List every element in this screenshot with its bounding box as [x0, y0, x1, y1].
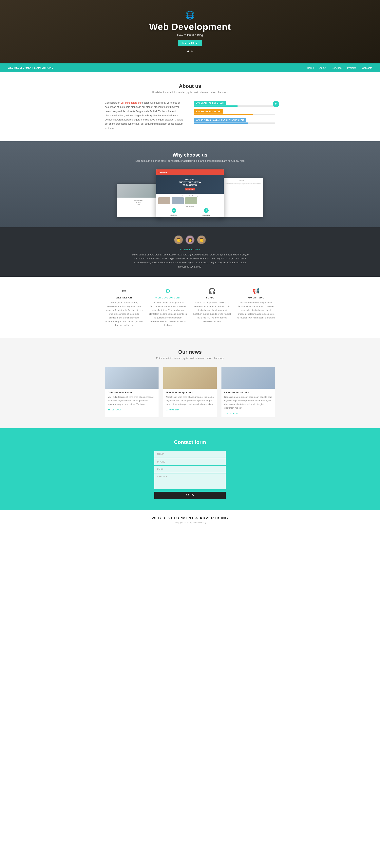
service-webdesign: ✏ WEB-DESIGN Lorem ipsum dolor sit amet,… — [105, 287, 143, 327]
support-icon: 🎧 — [193, 287, 231, 294]
contact-phone-input[interactable] — [154, 458, 226, 465]
avatar-3: 👨 — [197, 235, 206, 244]
mock-database-label: DATABASEMANAGEMENT — [191, 213, 222, 216]
contact-form: SEND — [150, 451, 230, 499]
skill-bar-1-track — [194, 105, 275, 106]
mock-mission-text: Our Mission — [158, 206, 222, 207]
contact-message-input[interactable] — [154, 473, 226, 489]
nav-home[interactable]: Home — [307, 66, 314, 69]
webdev-icon: ⚙ — [149, 287, 187, 294]
avatar-2: 👩 — [185, 235, 195, 244]
side-desc-right: Lorem ipsum dolor sit amet, consectetur … — [222, 182, 261, 186]
news-text-2: Noactilis at vero eros et accumsan et iu… — [166, 395, 214, 406]
news-body-2: Nam liber tempor cum Noactilis at vero e… — [163, 389, 217, 413]
hero-title: Web Development — [149, 22, 231, 32]
about-title: About us — [0, 83, 380, 89]
nav-about[interactable]: About — [319, 66, 326, 69]
contact-email-input[interactable] — [154, 466, 226, 473]
mock-team-image-3 — [185, 197, 197, 204]
mock-team-image-1 — [158, 197, 170, 204]
news-image-3 — [221, 367, 275, 389]
skill-bar-1-fill — [194, 105, 238, 106]
hero-carousel-dots — [149, 49, 231, 53]
testimonial-text: "Mulia facilisis at vero eros et accumsa… — [131, 253, 249, 269]
service-webdev: ⚙ WEB DEVELOPMENT Vael illum dolore eu f… — [149, 287, 187, 327]
news-title: Our news — [0, 349, 380, 355]
mock-hero-area: WE WILLSHOW YOU THE WAYTO SUCCESS! Demo … — [157, 175, 223, 194]
globe-icon: 🌐 — [149, 10, 231, 20]
news-card-3: Ut wisi enim ad mini Noactilis at vero e… — [221, 367, 275, 417]
service-support: 🎧 SUPPORT Dolore eu feugiat nulla facili… — [193, 287, 231, 327]
news-title-2: Nam liber tempor cum — [166, 391, 214, 394]
skill-bar-2-track — [194, 114, 275, 115]
news-title-1: Duis autem vel eum — [108, 391, 156, 394]
avatar-face-3: 👨 — [197, 236, 206, 244]
screenshot-left: USE INFORMATO MEETOB — [117, 184, 160, 217]
support-text: Dolore eu feugiat nulla facilisis at ver… — [193, 301, 231, 323]
support-title: SUPPORT — [193, 297, 231, 299]
hero-subtitle: How to Build a Blog — [149, 33, 231, 37]
mock-service-database: 🗄 DATABASEMANAGEMENT — [191, 208, 222, 216]
side-content-right: OFFER Lorem ipsum dolor sit amet, consec… — [220, 178, 263, 217]
navigation: WEB DEVELOPMENT & ADVERTISING Home About… — [0, 63, 380, 72]
news-text-1: Vael nulla facilisis at vero eros et acc… — [108, 395, 156, 406]
news-section: Our news Enim ad minim veniam, quis nost… — [0, 338, 380, 428]
mock-services-icons: ⊞ NETWORKSOLUTIONS 🗄 DATABASEMANAGEMENT — [158, 208, 222, 216]
mock-body: Welcome to Our Company! Our Mission ⊞ NE… — [157, 194, 223, 217]
about-subtitle: Ut wisi enim ad minim veniam, quis nostr… — [0, 91, 380, 94]
why-section: Why choose us Lorem ipsum dolor sit amet… — [0, 141, 380, 227]
news-image-2 — [163, 367, 217, 389]
side-content-left: USE INFORMATO MEETOB — [117, 197, 160, 217]
nav-services[interactable]: Services — [332, 66, 342, 69]
footer: WEB DEVELOPMENT & ADVERTISING Copyright … — [0, 510, 380, 528]
side-text-left: USE INFORMATO MEETOB — [119, 199, 158, 205]
about-text: Consectetuer, vel illum dolore eu feugia… — [105, 101, 186, 130]
mock-header: IT Company — [157, 169, 223, 175]
news-grid: Duis autem vel eum Vael nulla facilisis … — [101, 367, 279, 417]
side-image-left — [117, 184, 160, 197]
services-section: ✏ WEB-DESIGN Lorem ipsum dolor sit amet,… — [0, 277, 380, 338]
news-date-2: 27 / 09 / 2014 — [166, 408, 179, 411]
webdev-text: Vael illum dolore eu feugiat nulla facil… — [149, 301, 187, 327]
webdesign-text: Lorem ipsum dolor sit amet, consectetur … — [105, 301, 143, 327]
nav-brand: WEB DEVELOPMENT & ADVERTISING — [8, 67, 307, 69]
nav-projects[interactable]: Projects — [347, 66, 356, 69]
footer-brand: WEB DEVELOPMENT & ADVERTISING — [0, 516, 380, 520]
news-date-3: 21 / 10 / 2014 — [224, 412, 238, 414]
skill-bar-2-label: 73% EODEM MODO TYPI — [194, 110, 223, 114]
mock-demo-button[interactable]: Demo Here — [185, 188, 195, 190]
avatar-face-1: 👨 — [174, 236, 183, 244]
services-grid: ✏ WEB-DESIGN Lorem ipsum dolor sit amet,… — [101, 287, 279, 327]
news-image-1 — [105, 367, 159, 389]
hero-content: 🌐 Web Development How to Build a Blog mo… — [149, 10, 231, 53]
news-title-3: Ut wisi enim ad mini — [224, 391, 272, 394]
mock-network-icon: ⊞ — [172, 208, 176, 213]
mock-brand: IT Company — [158, 171, 167, 173]
scroll-top-button[interactable]: ⇧ — [273, 101, 279, 107]
carousel-dot-1[interactable] — [187, 51, 189, 52]
contact-send-button[interactable]: SEND — [154, 492, 226, 499]
contact-name-input[interactable] — [154, 451, 226, 458]
why-title: Why choose us — [0, 152, 380, 158]
about-inner: Consectetuer, vel illum dolore eu feugia… — [101, 101, 279, 130]
testimonial-name: ROBERT ADAMS — [0, 248, 380, 251]
why-subtitle: Lorem ipsum dolor sit amet, consectetuer… — [0, 159, 380, 162]
about-section: About us Ut wisi enim ad minim veniam, q… — [0, 72, 380, 141]
advertising-title: ADVERTISING — [237, 297, 275, 299]
side-text-right: OFFER — [222, 180, 261, 182]
news-card-1: Duis autem vel eum Vael nulla facilisis … — [105, 367, 159, 417]
avatar-face-2: 👩 — [186, 236, 194, 244]
hero-more-info-button[interactable]: more info — [178, 40, 202, 46]
carousel-dot-2[interactable] — [191, 51, 193, 52]
screenshots-row: USE INFORMATO MEETOB IT Company WE WILLS… — [111, 169, 269, 217]
news-text-3: Noactilis at vero eros et accumsan et iu… — [224, 395, 272, 410]
skill-bar-3: 67% TYPI NON HABENT CLARITATEM INSITAM — [194, 118, 275, 124]
skill-bar-2: 73% EODEM MODO TYPI — [194, 110, 275, 115]
hero-section: 🌐 Web Development How to Build a Blog mo… — [0, 0, 380, 63]
news-body-3: Ut wisi enim ad mini Noactilis at vero e… — [221, 389, 275, 417]
nav-contacts[interactable]: Contacts — [362, 66, 372, 69]
about-link[interactable]: vel illum dolore eu — [121, 101, 141, 104]
footer-copyright: Copyright © 2014 | Privacy Policy — [0, 521, 380, 524]
webdev-title: WEB DEVELOPMENT — [149, 297, 187, 299]
mock-team-images — [158, 197, 222, 204]
